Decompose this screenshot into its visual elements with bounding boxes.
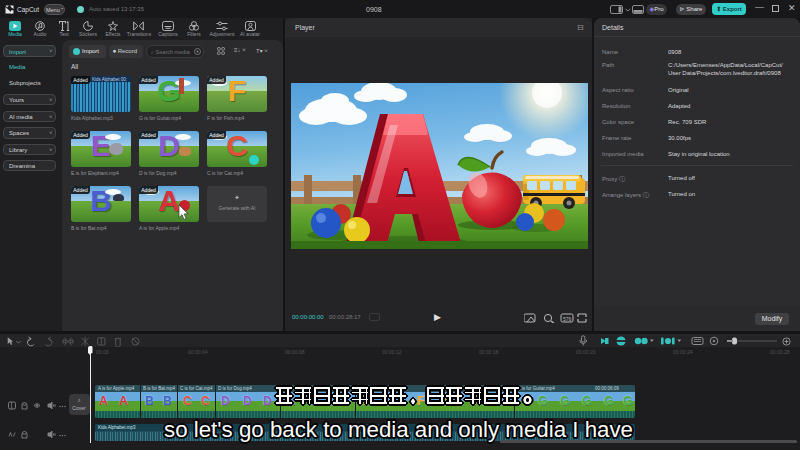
svg-text:576: 576 — [563, 316, 572, 322]
svg-text:so let's go back to media and: so let's go back to media and only media… — [164, 417, 633, 442]
